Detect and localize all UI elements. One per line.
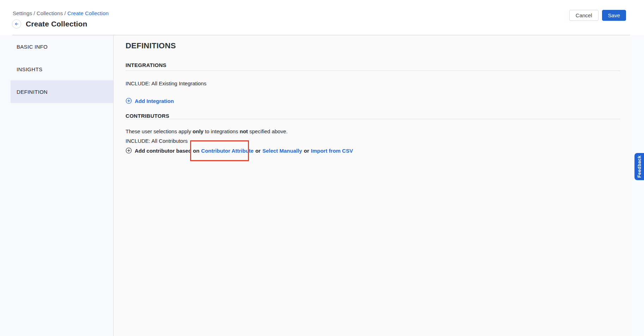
integrations-include-text: INCLUDE: All Existing Integrations bbox=[126, 80, 206, 86]
or-separator: or bbox=[304, 148, 309, 154]
contributors-include-text: INCLUDE: All Contributors bbox=[126, 138, 188, 144]
sidebar-item-definition[interactable]: DEFINITION bbox=[11, 80, 113, 103]
note-post: specified above. bbox=[248, 128, 288, 134]
feedback-tab[interactable]: Feedback bbox=[634, 153, 644, 180]
breadcrumb-path[interactable]: Settings / Collections / bbox=[13, 10, 67, 16]
or-separator: or bbox=[255, 148, 261, 154]
select-manually-link[interactable]: Select Manually bbox=[262, 148, 302, 154]
sidebar-nav: BASIC INFO INSIGHTS DEFINITION bbox=[0, 35, 114, 336]
contributors-note: These user selections apply only to inte… bbox=[126, 128, 287, 134]
breadcrumb: Settings / Collections / Create Collecti… bbox=[13, 10, 109, 16]
header-actions: Cancel Save bbox=[569, 10, 626, 21]
cancel-button[interactable]: Cancel bbox=[569, 10, 599, 21]
integrations-heading: INTEGRATIONS bbox=[126, 62, 166, 68]
create-collection-page: Settings / Collections / Create Collecti… bbox=[0, 0, 644, 336]
note-bold-only: only bbox=[193, 128, 203, 134]
body-area: BASIC INFO INSIGHTS DEFINITION DEFINITIO… bbox=[0, 35, 644, 336]
note-bold-not: not bbox=[240, 128, 248, 134]
add-integration-label[interactable]: Add Integration bbox=[135, 98, 174, 104]
integrations-divider bbox=[126, 71, 620, 71]
add-contributor-prefix: Add contributor based on bbox=[135, 148, 199, 154]
sidebar-item-insights[interactable]: INSIGHTS bbox=[11, 58, 113, 80]
plus-circle-icon bbox=[126, 98, 132, 104]
contributors-heading: CONTRIBUTORS bbox=[126, 113, 169, 119]
note-mid: to integrations bbox=[203, 128, 240, 134]
arrow-left-icon bbox=[14, 22, 19, 26]
main-content: DEFINITIONS INTEGRATIONS INCLUDE: All Ex… bbox=[114, 35, 632, 336]
save-button[interactable]: Save bbox=[602, 10, 626, 21]
contributor-attribute-link[interactable]: Contributor Attribute bbox=[201, 148, 254, 154]
plus-circle-icon bbox=[126, 147, 132, 154]
sidebar-item-basic-info[interactable]: BASIC INFO bbox=[11, 35, 113, 58]
page-title: Create Collection bbox=[26, 20, 87, 28]
note-pre: These user selections apply bbox=[126, 128, 193, 134]
page-header: Settings / Collections / Create Collecti… bbox=[0, 0, 644, 35]
breadcrumb-current[interactable]: Create Collection bbox=[67, 10, 109, 16]
add-contributor-row: Add contributor based on Contributor Att… bbox=[126, 147, 353, 154]
import-from-csv-link[interactable]: Import from CSV bbox=[311, 148, 353, 154]
add-integration-button[interactable]: Add Integration bbox=[126, 98, 174, 104]
back-button[interactable] bbox=[12, 19, 21, 29]
contributors-divider bbox=[126, 119, 620, 119]
title-row: Create Collection bbox=[12, 19, 87, 29]
section-title: DEFINITIONS bbox=[126, 41, 176, 50]
